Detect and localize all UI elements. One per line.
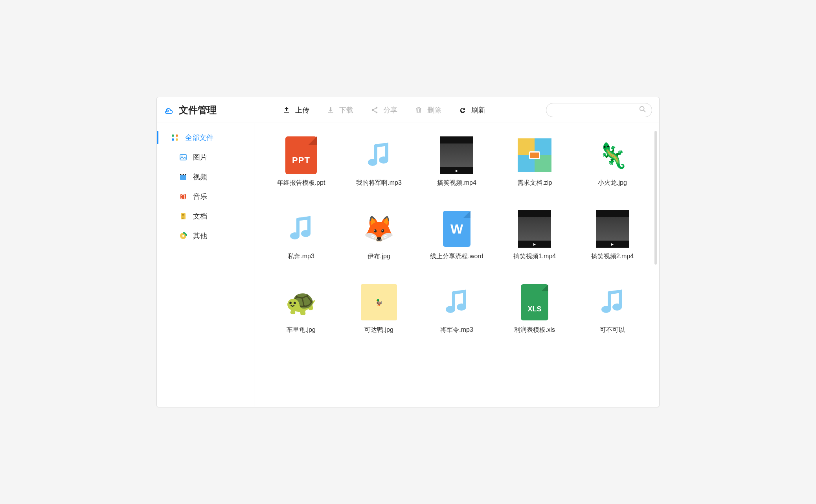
svg-point-28 xyxy=(612,304,622,311)
sidebar: 全部文件 图片 视频 音乐 xyxy=(157,123,254,407)
file-item[interactable]: 年终报告模板.ppt xyxy=(262,136,340,187)
file-item[interactable]: 🦎小火龙.jpg xyxy=(573,136,651,187)
sidebar-item-label: 音乐 xyxy=(193,192,207,201)
file-item[interactable]: 🦊伊布.jpg xyxy=(340,210,418,261)
file-item[interactable]: ▶搞笑视频1.mp4 xyxy=(496,210,573,261)
download-button[interactable]: 下载 xyxy=(321,103,358,117)
file-name: 可达鸭.jpg xyxy=(364,326,393,334)
file-name: 可不可以 xyxy=(600,326,625,334)
file-name: 小火龙.jpg xyxy=(598,179,627,187)
file-name: 伊布.jpg xyxy=(368,252,390,261)
file-name: 线上分享流程.word xyxy=(430,252,483,261)
svg-point-27 xyxy=(601,306,611,313)
svg-point-24 xyxy=(301,230,311,237)
toolbar: 上传 下载 分享 删除 xyxy=(277,103,490,117)
share-label: 分享 xyxy=(383,105,397,115)
file-thumb xyxy=(360,136,398,174)
file-item[interactable]: 需求文档.zip xyxy=(496,136,573,187)
disc-icon xyxy=(179,232,187,240)
file-thumb: ▶ xyxy=(438,136,476,174)
share-icon xyxy=(370,105,379,115)
file-thumb: 🦎 xyxy=(594,136,631,174)
app-window: 文件管理 上传 下载 分享 xyxy=(156,97,660,407)
refresh-button[interactable]: 刷新 xyxy=(453,103,490,117)
sidebar-item-label: 文档 xyxy=(193,212,207,221)
svg-rect-8 xyxy=(180,155,186,160)
sidebar-item-videos[interactable]: 视频 xyxy=(157,167,254,187)
file-thumb xyxy=(282,210,320,248)
scrollbar[interactable] xyxy=(654,131,657,265)
image-icon xyxy=(179,153,187,162)
file-name: 将军令.mp3 xyxy=(440,326,473,334)
body: 全部文件 图片 视频 音乐 xyxy=(157,123,659,407)
sidebar-item-label: 图片 xyxy=(193,153,207,162)
svg-point-3 xyxy=(640,106,644,110)
svg-point-6 xyxy=(172,138,174,141)
sidebar-item-documents[interactable]: 文档 xyxy=(157,206,254,226)
svg-point-7 xyxy=(176,138,178,141)
file-thumb: ▶ xyxy=(594,210,631,248)
file-item[interactable]: 可不可以 xyxy=(573,283,651,334)
svg-point-4 xyxy=(172,134,174,137)
delete-button[interactable]: 删除 xyxy=(409,103,446,117)
file-name: 年终报告模板.ppt xyxy=(277,179,325,187)
file-thumb xyxy=(282,136,320,174)
share-button[interactable]: 分享 xyxy=(365,103,402,117)
file-item[interactable]: ▶搞笑视频.mp4 xyxy=(418,136,496,187)
file-name: 搞笑视频.mp4 xyxy=(437,179,476,187)
file-name: 我的将军啊.mp3 xyxy=(356,179,402,187)
svg-point-17 xyxy=(184,197,185,199)
trash-icon xyxy=(414,105,423,115)
file-name: 需求文档.zip xyxy=(517,179,552,187)
file-thumb xyxy=(516,283,553,321)
sidebar-item-others[interactable]: 其他 xyxy=(157,226,254,246)
sidebar-item-images[interactable]: 图片 xyxy=(157,147,254,167)
search-box[interactable] xyxy=(546,103,652,117)
refresh-icon xyxy=(458,105,467,115)
file-item[interactable]: W线上分享流程.word xyxy=(418,210,496,261)
file-item[interactable]: 我的将军啊.mp3 xyxy=(340,136,418,187)
file-thumb: ▶ xyxy=(516,210,553,248)
file-item[interactable]: 利润表模板.xls xyxy=(496,283,573,334)
search-icon xyxy=(639,106,646,114)
sidebar-item-all-files[interactable]: 全部文件 xyxy=(157,128,254,147)
file-name: 私奔.mp3 xyxy=(288,252,314,261)
upload-icon xyxy=(282,105,291,115)
file-name: 搞笑视频2.mp4 xyxy=(591,252,634,261)
svg-point-16 xyxy=(181,197,182,199)
header: 文件管理 上传 下载 分享 xyxy=(157,97,659,123)
cloud-logo-icon xyxy=(164,105,173,115)
upload-button[interactable]: 上传 xyxy=(277,103,314,117)
svg-point-23 xyxy=(290,232,300,239)
svg-rect-14 xyxy=(184,174,185,175)
grid-icon xyxy=(170,133,180,142)
file-item[interactable]: ▶搞笑视频2.mp4 xyxy=(573,210,651,261)
svg-rect-10 xyxy=(180,175,186,180)
search-input[interactable] xyxy=(552,107,639,113)
file-name: 利润表模板.xls xyxy=(514,326,555,334)
music-icon xyxy=(179,192,187,201)
file-item[interactable]: 私奔.mp3 xyxy=(262,210,340,261)
sidebar-item-label: 其他 xyxy=(193,231,207,241)
delete-label: 删除 xyxy=(427,105,441,115)
sidebar-item-label: 全部文件 xyxy=(185,133,213,142)
app-title: 文件管理 xyxy=(179,104,217,116)
svg-point-5 xyxy=(176,134,178,137)
svg-point-9 xyxy=(182,156,183,157)
download-icon xyxy=(326,105,335,115)
svg-rect-13 xyxy=(182,174,183,175)
sidebar-item-music[interactable]: 音乐 xyxy=(157,187,254,206)
refresh-label: 刷新 xyxy=(471,105,485,115)
svg-point-20 xyxy=(182,235,184,237)
file-thumb: 🦆 xyxy=(360,283,398,321)
file-name: 搞笑视频1.mp4 xyxy=(513,252,556,261)
file-thumb: W xyxy=(438,210,476,248)
file-thumb xyxy=(594,283,631,321)
file-thumb xyxy=(438,283,476,321)
file-item[interactable]: 🦆可达鸭.jpg xyxy=(340,283,418,334)
file-thumb: 🦊 xyxy=(360,210,398,248)
video-icon xyxy=(179,173,187,181)
upload-label: 上传 xyxy=(295,105,309,115)
file-item[interactable]: 将军令.mp3 xyxy=(418,283,496,334)
file-item[interactable]: 🐢车里龟.jpg xyxy=(262,283,340,334)
